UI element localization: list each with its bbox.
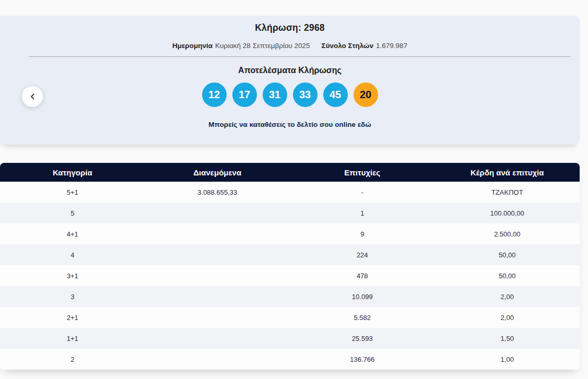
draw-title: Κλήρωση: 2968: [0, 16, 580, 33]
table-cell: 10.099: [290, 293, 435, 301]
table-cell: 50,00: [435, 272, 580, 280]
table-row: 2136.7661,00: [0, 349, 580, 370]
table-cell: 136.766: [290, 356, 435, 363]
column-header-winners: Επιτυχίες: [290, 168, 435, 177]
bonus-number-ball: 20: [354, 82, 378, 107]
table-cell: 478: [290, 272, 435, 280]
table-cell: 1: [290, 209, 435, 217]
winning-numbers: 12 17 31 33 45 20: [0, 82, 580, 107]
number-ball: 33: [293, 82, 317, 107]
table-cell: 2.500,00: [435, 230, 580, 238]
prize-table: Κατηγορία Διανεμόμενα Επιτυχίες Κέρδη αν…: [0, 163, 580, 370]
table-cell: 2,00: [435, 293, 580, 301]
total-columns-value: 1.679.987: [376, 42, 407, 50]
table-cell: 2: [0, 356, 145, 363]
table-cell: 5: [0, 209, 145, 217]
draw-date: Ημερομηνία Κυριακή 28 Σεπτεμβρίου 2025: [172, 42, 310, 50]
table-cell: 2+1: [0, 314, 145, 322]
table-cell: 5+1: [0, 188, 145, 196]
table-cell: 2,00: [435, 314, 580, 322]
table-cell: 1,50: [435, 335, 580, 342]
table-row: 310.0992,00: [0, 286, 580, 307]
total-columns-label: Σύνολο Στηλών: [322, 42, 373, 50]
previous-draw-button[interactable]: [22, 86, 43, 107]
results-heading: Αποτελέσματα Κλήρωσης: [0, 66, 580, 75]
table-row: 1+125.5931,50: [0, 328, 580, 349]
table-cell: 3+1: [0, 272, 145, 280]
table-cell: 1+1: [0, 335, 145, 342]
number-ball: 31: [263, 82, 287, 107]
total-columns: Σύνολο Στηλών 1.679.987: [322, 42, 408, 50]
table-cell: 3.088.655,33: [145, 188, 290, 196]
table-cell: 9: [290, 230, 435, 238]
draw-meta: Ημερομηνία Κυριακή 28 Σεπτεμβρίου 2025 Σ…: [0, 42, 580, 50]
draw-date-label: Ημερομηνία: [172, 42, 213, 50]
table-row: 5+13.088.655,33-ΤΖΑΚΠΟΤ: [0, 182, 580, 203]
table-row: 51100.000,00: [0, 203, 580, 223]
chevron-left-icon: [30, 93, 36, 100]
table-row: 422450,00: [0, 244, 580, 265]
number-ball: 12: [202, 82, 227, 107]
table-cell: 4: [0, 251, 145, 259]
table-cell: 224: [290, 251, 435, 259]
table-cell: 4+1: [0, 230, 145, 238]
number-ball: 17: [232, 82, 257, 107]
divider: [29, 56, 571, 57]
column-header-distributed: Διανεμόμενα: [145, 168, 290, 177]
deposit-online-link[interactable]: Μπορείς να καταθέσεις το δελτίο σου onli…: [0, 121, 580, 128]
table-cell: 25.593: [290, 335, 435, 342]
table-body: 5+13.088.655,33-ΤΖΑΚΠΟΤ51100.000,004+192…: [0, 182, 580, 370]
page: Κλήρωση: 2968 Ημερομηνία Κυριακή 28 Σεπτ…: [0, 0, 588, 379]
table-cell: -: [290, 188, 435, 196]
table-cell: 5.582: [290, 314, 435, 322]
table-row: 3+147850,00: [0, 265, 580, 286]
column-header-category: Κατηγορία: [0, 168, 145, 177]
table-cell: 1,00: [435, 356, 580, 363]
draw-panel: Κλήρωση: 2968 Ημερομηνία Κυριακή 28 Σεπτ…: [0, 16, 580, 145]
table-cell: 3: [0, 293, 145, 301]
table-row: 2+15.5822,00: [0, 307, 580, 328]
prize-table-header: Κατηγορία Διανεμόμενα Επιτυχίες Κέρδη αν…: [0, 163, 580, 182]
table-row: 4+192.500,00: [0, 223, 580, 244]
draw-date-value: Κυριακή 28 Σεπτεμβρίου 2025: [215, 42, 310, 50]
table-cell: 50,00: [435, 251, 580, 259]
table-cell: ΤΖΑΚΠΟΤ: [435, 188, 580, 196]
number-ball: 45: [323, 82, 348, 107]
column-header-prize-per-win: Κέρδη ανά επιτυχία: [435, 168, 580, 177]
table-cell: 100.000,00: [435, 209, 580, 217]
